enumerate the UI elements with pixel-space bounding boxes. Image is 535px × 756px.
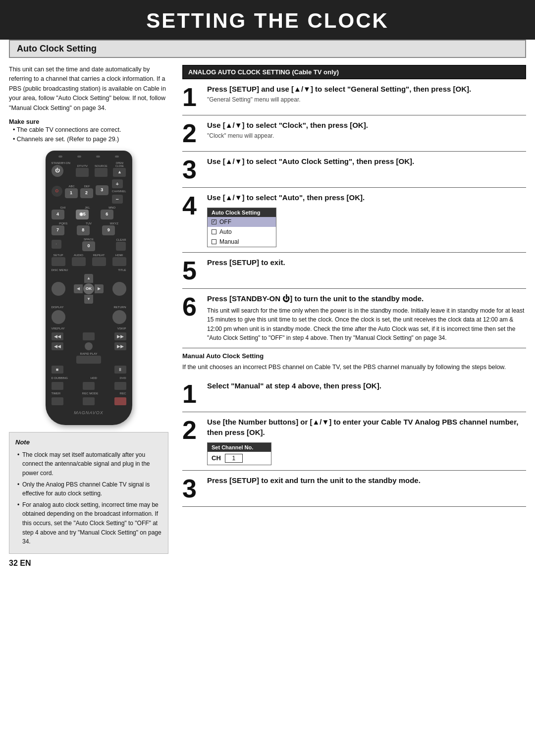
step-5: 5 Press [SETUP] to exit. xyxy=(182,253,526,289)
def-label: DEF xyxy=(80,185,94,188)
dot-btn[interactable]: · xyxy=(52,240,61,249)
step-3-content: Use [▲/▼] to select "Auto Clock Setting"… xyxy=(207,157,526,182)
step-3-number: 3 xyxy=(182,157,202,182)
step-6: 6 Press [STANDBY-ON ⏻] to turn the unit … xyxy=(182,289,526,348)
skip-back-btn[interactable] xyxy=(83,332,95,340)
transport-row3: ■ ⏸ xyxy=(52,366,126,374)
num5-btn[interactable]: ◉5 xyxy=(76,210,89,219)
num4-btn[interactable]: 4 xyxy=(52,210,64,219)
manual-label: Manual xyxy=(219,238,239,245)
repeat-btn[interactable] xyxy=(92,257,106,266)
num2-btn[interactable]: 2 xyxy=(80,188,93,198)
dpad-down[interactable]: ▼ xyxy=(84,295,93,304)
return-label: RETURN xyxy=(114,306,126,309)
dvd-label: DVD xyxy=(120,377,126,379)
dpad: ▲ ▼ ◀ ▶ OK xyxy=(74,274,104,304)
remote-control: STANDBY-ON ⏻ DTV/TV SOURCE OPEN/CLOSE ▲ xyxy=(46,151,132,425)
ok-btn[interactable]: OK xyxy=(83,283,94,294)
step-3-title: Use [▲/▼] to select "Auto Clock Setting"… xyxy=(207,157,526,166)
setup-btn[interactable] xyxy=(52,257,65,266)
num1-btn[interactable]: 1 xyxy=(65,188,78,198)
num8-btn[interactable]: 8 xyxy=(77,225,90,235)
display-btn[interactable] xyxy=(52,310,65,324)
fwd-btn[interactable]: ▶▶ xyxy=(114,342,126,350)
auto-clock-widget: Auto Clock Setting OFF Auto Manual xyxy=(207,208,276,247)
stop-btn[interactable]: ■ xyxy=(52,366,63,374)
clear-btn[interactable] xyxy=(116,242,126,251)
step-4: 4 Use [▲/▼] to select "Auto", then press… xyxy=(182,188,526,253)
main-layout: This unit can set the time and date auto… xyxy=(0,58,535,554)
num7-btn[interactable]: 7 xyxy=(52,225,64,235)
analog-header: ANALOG AUTO CLOCK SETTING (Cable TV only… xyxy=(182,65,526,79)
step-5-title: Press [SETUP] to exit. xyxy=(207,258,526,268)
num0-btn[interactable]: 0 xyxy=(82,241,95,251)
step-2-content: Use [▲/▼] to select "Clock", then press … xyxy=(207,120,526,146)
pause-btn[interactable]: ⏸ xyxy=(114,366,126,374)
vskip-label: VSKIP xyxy=(117,327,126,330)
open-close-btn[interactable]: ▲ xyxy=(113,168,126,177)
widget-title: Auto Clock Setting xyxy=(208,208,276,217)
auto-label: Auto xyxy=(219,228,232,235)
dpad-left[interactable]: ◀ xyxy=(74,284,83,293)
right-col: ANALOG AUTO CLOCK SETTING (Cable TV only… xyxy=(177,58,526,554)
widget-manual-item: Manual xyxy=(208,237,276,247)
dubbing-btn[interactable] xyxy=(52,382,63,390)
num9-btn[interactable]: 9 xyxy=(102,225,115,235)
dpad-right[interactable]: ▶ xyxy=(95,284,104,293)
num6-btn[interactable]: 6 xyxy=(101,210,113,219)
dvd-btn[interactable] xyxy=(114,382,126,390)
timer-btn[interactable] xyxy=(52,397,63,405)
display-label: DISPLAY xyxy=(52,306,64,309)
hdmi-btn[interactable] xyxy=(112,257,126,266)
step-5-content: Press [SETUP] to exit. xyxy=(207,258,526,283)
step-2-title: Use [▲/▼] to select "Clock", then press … xyxy=(207,120,526,130)
plus-btn[interactable]: + xyxy=(112,179,123,188)
make-sure: Make sure The cable TV connections are c… xyxy=(9,118,168,145)
step-1-sub: "General Setting" menu will appear. xyxy=(207,96,526,103)
source-btn[interactable] xyxy=(95,168,107,177)
dtv-btn[interactable] xyxy=(76,168,89,177)
rapid-play-label: RAPID PLAY xyxy=(52,352,126,355)
disc-menu-label: DISC MENU xyxy=(52,269,68,271)
step-6-title: Press [STANDBY-ON ⏻] to turn the unit to… xyxy=(207,294,526,304)
setup-label: SETUP xyxy=(52,254,65,257)
off-checkbox xyxy=(212,219,216,224)
sub-step-2-number: 2 xyxy=(182,417,202,465)
step-6-detail: This unit will search for the time only … xyxy=(207,306,526,343)
vreplay-label: VREPLAY xyxy=(52,327,65,330)
title-btn[interactable] xyxy=(112,282,126,296)
page-footer: 32 EN xyxy=(0,554,535,573)
remote-illustration: STANDBY-ON ⏻ DTV/TV SOURCE OPEN/CLOSE ▲ xyxy=(9,151,168,425)
standby-btn[interactable]: ⏻ xyxy=(52,165,63,177)
sub-step-1-title: Select "Manual" at step 4 above, then pr… xyxy=(207,381,526,391)
make-sure-item-1: The cable TV connections are correct. xyxy=(13,125,168,135)
dpad-up[interactable]: ▲ xyxy=(84,274,93,283)
d-dubbing-label: D DUBBING xyxy=(52,377,68,379)
rec-btn[interactable] xyxy=(114,397,126,405)
note-box: Note The clock may set itself automatica… xyxy=(9,432,168,554)
num3-btn[interactable]: 3 xyxy=(96,185,108,195)
rec-mode-btn[interactable] xyxy=(83,397,95,405)
ghi-label: GHI xyxy=(52,206,75,209)
channel-label: CHANNEL xyxy=(112,190,126,193)
play-pause-btn[interactable] xyxy=(85,342,93,350)
title-label: TITLE xyxy=(118,269,126,271)
rev-btn[interactable]: ◀◀ xyxy=(52,342,63,350)
make-sure-item-2: Channels are set. (Refer to page 29.) xyxy=(13,135,168,144)
hdd-btn[interactable] xyxy=(83,382,95,390)
sub-step-1: 1 Select "Manual" at step 4 above, then … xyxy=(182,376,526,412)
abc-label: ABC xyxy=(65,185,79,188)
rewind-btn[interactable]: ◀◀ xyxy=(52,332,63,340)
return-btn[interactable] xyxy=(112,310,126,324)
audio-btn[interactable] xyxy=(72,257,86,266)
disc-menu-btn[interactable] xyxy=(52,282,65,296)
hdmi-label: HDMI xyxy=(112,254,126,257)
rapid-play-btn[interactable] xyxy=(76,356,101,364)
step-2-number: 2 xyxy=(182,120,202,146)
skip-fwd-btn[interactable]: ▶▶ xyxy=(114,332,126,340)
step-1: 1 Press [SETUP] and use [▲/▼] to select … xyxy=(182,79,526,115)
minus-btn[interactable]: − xyxy=(112,195,123,204)
mno-label: MNO xyxy=(101,206,124,209)
brand-label: MAGNAVOX xyxy=(52,410,126,415)
make-sure-list: The cable TV connections are correct. Ch… xyxy=(9,125,168,145)
